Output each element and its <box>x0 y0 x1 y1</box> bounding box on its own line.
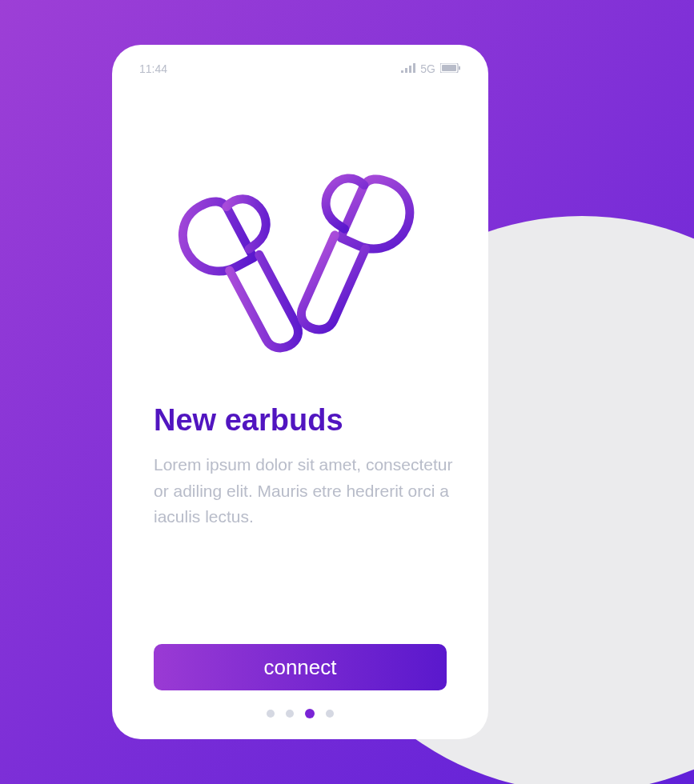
status-bar: 11:44 5G <box>136 62 464 75</box>
svg-rect-0 <box>401 70 403 73</box>
pagination <box>136 710 464 718</box>
svg-rect-3 <box>413 63 415 73</box>
signal-icon <box>401 63 415 74</box>
connect-button[interactable]: connect <box>154 644 447 690</box>
svg-rect-1 <box>405 68 407 73</box>
network-label: 5G <box>420 62 435 75</box>
pagination-dot-0[interactable] <box>267 710 275 718</box>
pagination-dot-2[interactable] <box>305 709 315 718</box>
hero-illustration <box>136 107 464 387</box>
battery-icon <box>440 62 461 75</box>
pagination-dot-1[interactable] <box>286 710 294 718</box>
phone-frame: 11:44 5G <box>112 45 488 739</box>
status-time: 11:44 <box>139 62 167 75</box>
svg-rect-5 <box>442 65 456 71</box>
earbuds-icon <box>168 123 416 371</box>
svg-rect-6 <box>459 66 460 70</box>
pagination-dot-3[interactable] <box>326 710 334 718</box>
connect-button-label: connect <box>263 655 336 680</box>
page-description: Lorem ipsum dolor sit amet, consectetur … <box>136 452 464 530</box>
status-right: 5G <box>401 62 461 75</box>
page-title: New earbuds <box>136 403 464 438</box>
svg-rect-2 <box>409 66 411 73</box>
